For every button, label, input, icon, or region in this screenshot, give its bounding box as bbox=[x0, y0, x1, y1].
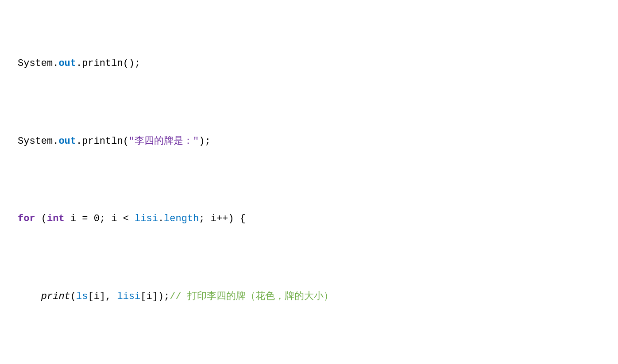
code-line-1: System.out.println(); bbox=[18, 56, 618, 71]
text: ( bbox=[70, 291, 76, 302]
text: .println( bbox=[76, 136, 129, 147]
code-line-3: for (int i = 0; i < lisi.length; i++) { bbox=[18, 211, 618, 226]
comment: // 打印李四的牌（花色，牌的大小） bbox=[170, 291, 333, 302]
for-keyword: for bbox=[18, 213, 35, 224]
variable: ls bbox=[76, 291, 88, 302]
text: System. bbox=[18, 136, 58, 147]
code-editor: System.out.println(); System.out.println… bbox=[18, 9, 618, 364]
text: ; i++) { bbox=[199, 213, 246, 224]
print-method: print bbox=[41, 291, 70, 302]
text: .println(); bbox=[76, 58, 140, 69]
text: ); bbox=[199, 136, 210, 147]
out-keyword: out bbox=[58, 58, 76, 69]
text: . bbox=[158, 213, 164, 224]
code-line-2: System.out.println("李四的牌是："); bbox=[18, 134, 618, 149]
text: System. bbox=[18, 58, 58, 69]
text: [i]); bbox=[140, 291, 170, 302]
variable: length bbox=[164, 213, 199, 224]
code-line-4: print(ls[i], lisi[i]);// 打印李四的牌（花色，牌的大小） bbox=[18, 289, 618, 304]
string-literal: "李四的牌是：" bbox=[129, 136, 199, 147]
text: ( bbox=[35, 213, 47, 224]
int-keyword: int bbox=[47, 213, 65, 224]
text bbox=[18, 291, 41, 302]
out-keyword: out bbox=[58, 136, 76, 147]
text: i = 0; i < bbox=[65, 213, 135, 224]
variable: lisi bbox=[135, 213, 158, 224]
text: [i], bbox=[88, 291, 117, 302]
variable: lisi bbox=[117, 291, 140, 302]
